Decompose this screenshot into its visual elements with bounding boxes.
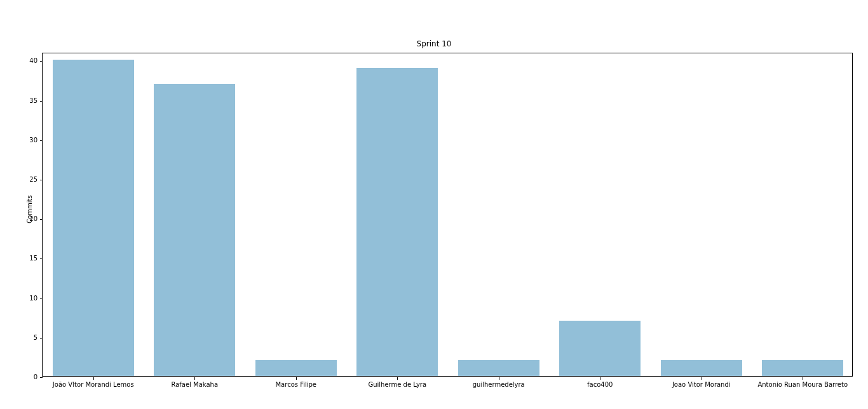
y-tick-mark: [40, 140, 43, 141]
y-tick-mark: [40, 338, 43, 339]
x-tick-mark: [600, 377, 600, 380]
x-tick-label: Marcos Filipe: [275, 381, 316, 388]
x-tick-label: Guilherme de Lyra: [368, 381, 426, 388]
y-axis-label: Commits: [26, 191, 33, 229]
y-tick-label: 25: [29, 176, 37, 183]
y-tick-label: 5: [34, 334, 37, 341]
y-tick-mark: [40, 180, 43, 180]
bar: [53, 60, 134, 376]
chart-axes: 0510152025303540João VItor Morandi Lemos…: [42, 53, 853, 377]
y-tick-label: 40: [29, 57, 37, 64]
x-tick-label: guilhermedelyra: [473, 381, 525, 388]
x-tick-label: Antonio Ruan Moura Barreto: [757, 381, 848, 388]
y-tick-mark: [40, 219, 43, 220]
plot-area: [43, 53, 852, 376]
y-tick-label: 35: [29, 97, 37, 104]
y-tick-mark: [40, 377, 43, 378]
x-tick-label: João VItor Morandi Lemos: [53, 381, 134, 388]
x-tick-label: Joao Vitor Morandi: [672, 381, 731, 388]
chart-figure: Sprint 10 0510152025303540João VItor Mor…: [0, 0, 868, 409]
chart-title: Sprint 10: [0, 39, 868, 48]
x-tick-mark: [397, 377, 398, 380]
y-tick-mark: [40, 61, 43, 62]
x-tick-mark: [499, 377, 499, 380]
bar: [661, 360, 742, 376]
y-tick-label: 10: [29, 295, 37, 302]
y-tick-label: 30: [29, 137, 37, 144]
y-tick-mark: [40, 258, 43, 259]
x-tick-mark: [296, 377, 297, 380]
x-tick-label: faco400: [587, 381, 613, 388]
bar: [762, 360, 843, 376]
x-tick-mark: [702, 377, 702, 380]
x-tick-mark: [93, 377, 94, 380]
x-tick-mark: [194, 377, 195, 380]
y-tick-label: 15: [29, 255, 37, 262]
y-tick-label: 0: [34, 373, 37, 380]
x-tick-mark: [803, 377, 803, 380]
bar: [356, 68, 438, 376]
bar: [458, 360, 539, 376]
x-tick-label: Rafael Makaha: [171, 381, 218, 388]
y-tick-mark: [40, 101, 43, 102]
bar: [255, 360, 337, 376]
bar: [154, 84, 235, 376]
y-tick-mark: [40, 298, 43, 299]
bar: [559, 321, 641, 376]
